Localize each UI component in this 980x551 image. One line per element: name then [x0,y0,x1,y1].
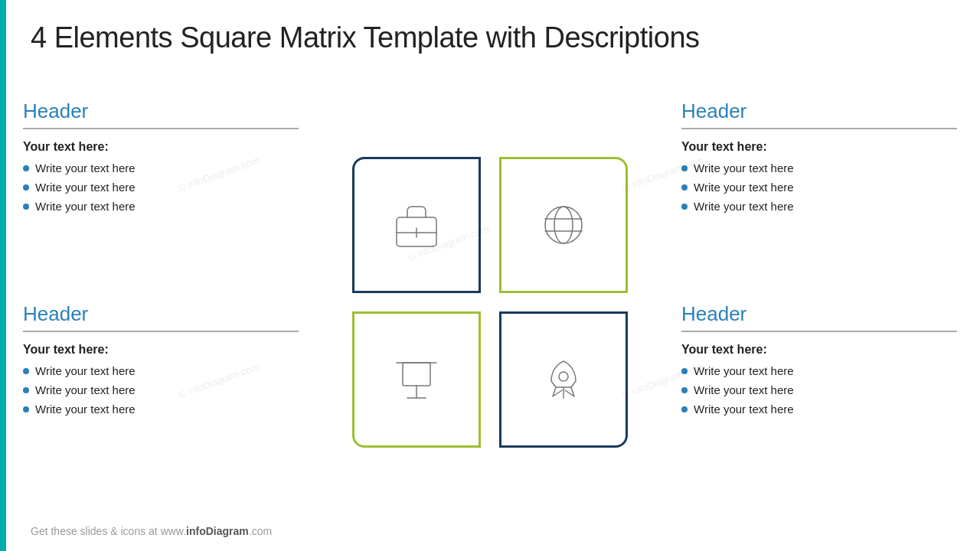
panel-bl-divider [23,331,299,332]
bullet-dot [23,184,29,191]
list-item: Write your text here [681,161,957,174]
svg-point-4 [554,207,573,243]
list-item: Write your text here [23,364,299,377]
panel-br-bullets: Write your text here Write your text her… [681,364,957,422]
list-item: Write your text here [681,403,957,416]
panel-bl-header: Header [23,302,299,326]
page-title: 4 Elements Square Matrix Template with D… [31,21,949,54]
list-item: Write your text here [681,200,957,213]
list-item: Write your text here [23,383,299,396]
bullet-dot [23,204,29,210]
panel-br-divider [681,331,957,332]
panel-tr-divider [681,128,957,129]
bullet-text: Write your text here [694,161,794,174]
left-column: Header Your text here: Write your text h… [23,99,314,505]
quadrant-bottom-right [499,311,628,448]
quadrant-top-right [499,157,628,293]
panel-tr-bullets: Write your text here Write your text her… [681,161,957,219]
bullet-text: Write your text here [35,364,136,377]
bullet-dot [681,387,688,393]
svg-rect-7 [403,363,430,386]
bullet-text: Write your text here [694,383,794,396]
bullet-dot [681,184,688,191]
panel-br-subheader: Your text here: [681,343,957,357]
panel-tr-header: Header [681,99,957,123]
list-item: Write your text here [23,200,299,213]
svg-point-3 [545,207,582,243]
list-item: Write your text here [23,403,299,416]
panel-tl-subheader: Your text here: [23,140,299,154]
bullet-text: Write your text here [35,383,136,396]
bullet-dot [681,204,688,210]
footer: Get these slides & icons at www.infoDiag… [31,525,272,537]
panel-br-header: Header [681,302,957,326]
list-item: Write your text here [681,364,957,377]
bullet-text: Write your text here [35,403,136,416]
panel-top-left: Header Your text here: Write your text h… [23,99,299,302]
list-item: Write your text here [23,181,299,194]
svg-point-11 [559,372,568,381]
bullet-dot [681,368,688,374]
bullet-dot [23,165,29,171]
panel-tl-divider [23,128,299,129]
panel-bl-subheader: Your text here: [23,343,299,357]
panel-tl-bullets: Write your text here Write your text her… [23,161,299,219]
bullet-text: Write your text here [694,403,794,416]
bullet-text: Write your text here [35,181,136,194]
bullet-dot [681,165,688,171]
bullet-dot [23,406,29,412]
list-item: Write your text here [681,181,957,194]
panel-bottom-right: Header Your text here: Write your text h… [681,302,957,505]
center-matrix [314,99,666,505]
teal-accent-bar [0,0,6,551]
footer-brand: infoDiagram [186,525,249,537]
panel-tr-subheader: Your text here: [681,140,957,154]
bullet-text: Write your text here [694,364,794,377]
right-column: Header Your text here: Write your text h… [666,99,957,505]
bullet-dot [681,406,688,412]
globe-icon [533,194,594,256]
panel-bottom-left: Header Your text here: Write your text h… [23,302,299,505]
briefcase-icon [386,194,447,256]
panel-bl-bullets: Write your text here Write your text her… [23,364,299,422]
rocket-icon [533,349,594,410]
title-area: 4 Elements Square Matrix Template with D… [31,21,949,54]
panel-top-right: Header Your text here: Write your text h… [681,99,957,302]
easel-icon [386,349,447,410]
bullet-text: Write your text here [35,200,136,213]
quadrant-top-left [352,157,481,293]
list-item: Write your text here [23,161,299,174]
panel-tl-header: Header [23,99,299,123]
list-item: Write your text here [681,383,957,396]
content-area: Header Your text here: Write your text h… [23,99,957,505]
quadrant-grid [352,157,628,448]
bullet-dot [23,368,29,374]
bullet-text: Write your text here [35,161,136,174]
bullet-text: Write your text here [694,181,794,194]
quadrant-bottom-left [352,311,481,448]
bullet-dot [23,387,29,393]
bullet-text: Write your text here [694,200,794,213]
